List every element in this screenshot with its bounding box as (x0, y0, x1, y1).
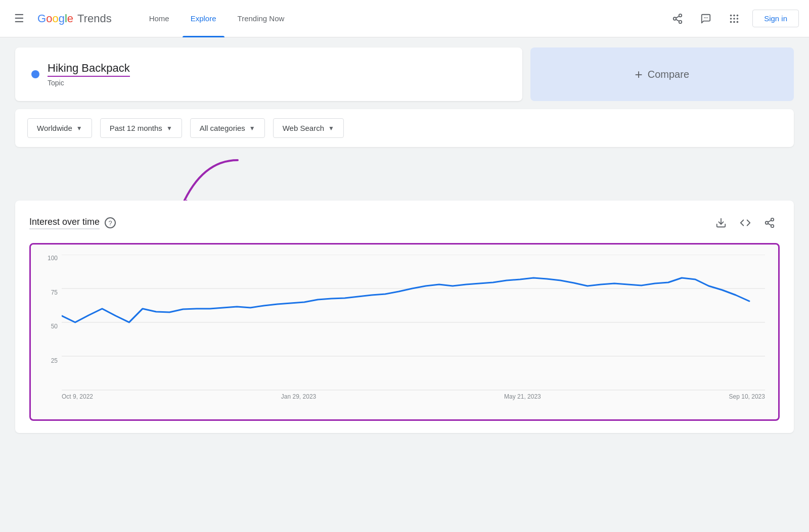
header-right: Sign in (667, 9, 799, 29)
time-dropdown-icon: ▼ (166, 125, 172, 132)
category-filter[interactable]: All categories ▼ (190, 118, 265, 138)
feedback-button[interactable] (696, 9, 716, 29)
compare-plus-icon: + (635, 67, 643, 82)
svg-point-13 (737, 18, 739, 20)
search-dot (31, 70, 39, 78)
x-label-oct: Oct 9, 2022 (62, 393, 93, 400)
header: ☰ Google Trends Home Explore Trending No… (0, 0, 809, 37)
chart-line (62, 278, 749, 322)
nav: Home Explore Trending Now (141, 0, 293, 37)
time-filter-label: Past 12 months (110, 124, 162, 132)
compare-inner: + Compare (635, 67, 689, 82)
compare-box[interactable]: + Compare (530, 47, 794, 101)
nav-trending-now[interactable]: Trending Now (230, 0, 293, 37)
svg-point-10 (737, 14, 739, 16)
svg-point-12 (733, 18, 735, 20)
interest-section: Interest over time ? (15, 201, 794, 433)
svg-point-11 (730, 18, 732, 20)
logo-google: Google (37, 12, 73, 25)
svg-point-9 (733, 14, 735, 16)
interest-header: Interest over time ? (29, 213, 780, 233)
search-type-label: Web Search (283, 124, 324, 132)
search-type-dropdown-icon: ▼ (328, 125, 334, 132)
search-term[interactable]: Hiking Backpack (48, 62, 130, 77)
interest-title-row: Interest over time ? (29, 217, 116, 229)
filters-bar: Worldwide ▼ Past 12 months ▼ All categor… (15, 109, 794, 147)
x-label-sep: Sep 10, 2023 (729, 393, 765, 400)
compare-label: Compare (648, 69, 689, 80)
search-subtopic: Topic (48, 79, 130, 87)
share-icon (672, 13, 683, 24)
search-box: Hiking Backpack Topic (15, 47, 522, 101)
help-icon[interactable]: ? (105, 217, 116, 228)
chart-inner (62, 255, 765, 391)
sign-in-button[interactable]: Sign in (752, 10, 799, 27)
search-area: Hiking Backpack Topic + Compare (15, 47, 794, 101)
search-type-filter[interactable]: Web Search ▼ (273, 118, 344, 138)
nav-home[interactable]: Home (141, 0, 177, 37)
svg-line-4 (676, 16, 679, 18)
download-button[interactable] (711, 213, 731, 233)
search-term-row: Hiking Backpack Topic (31, 62, 506, 87)
logo: Google Trends (37, 12, 112, 25)
main-content: Hiking Backpack Topic + Compare Worldwid… (0, 37, 809, 443)
svg-point-14 (730, 21, 732, 23)
apps-button[interactable] (724, 9, 744, 29)
category-dropdown-icon: ▼ (249, 125, 255, 132)
interest-share-button[interactable] (759, 213, 780, 233)
y-label-50: 50 (39, 323, 62, 330)
chart-container: 100 75 50 25 (39, 255, 770, 411)
svg-point-16 (737, 21, 739, 23)
svg-line-3 (676, 19, 679, 21)
nav-explore[interactable]: Explore (183, 0, 224, 37)
svg-point-15 (733, 21, 735, 23)
apps-icon (729, 13, 740, 24)
menu-icon[interactable]: ☰ (10, 8, 28, 29)
embed-button[interactable] (735, 213, 755, 233)
y-label-75: 75 (39, 289, 62, 296)
x-label-jan: Jan 29, 2023 (281, 393, 316, 400)
header-left: ☰ Google Trends Home Explore Trending No… (10, 0, 667, 37)
location-dropdown-icon: ▼ (76, 125, 82, 132)
svg-line-22 (768, 223, 771, 225)
x-label-may: May 21, 2023 (504, 393, 541, 400)
chart-wrapper: 100 75 50 25 (29, 243, 780, 421)
svg-line-23 (768, 220, 771, 222)
interest-title: Interest over time (29, 217, 100, 229)
x-axis-labels: Oct 9, 2022 Jan 29, 2023 May 21, 2023 Se… (62, 393, 765, 411)
time-filter[interactable]: Past 12 months ▼ (100, 118, 182, 138)
share-button[interactable] (667, 9, 688, 29)
location-filter-label: Worldwide (37, 124, 72, 132)
y-label-100: 100 (39, 255, 62, 262)
line-chart-svg (62, 255, 765, 391)
y-axis-labels: 100 75 50 25 (39, 255, 62, 391)
interest-actions (711, 213, 780, 233)
search-term-text: Hiking Backpack Topic (48, 62, 130, 87)
feedback-icon (700, 13, 711, 24)
y-label-25: 25 (39, 357, 62, 364)
location-filter[interactable]: Worldwide ▼ (27, 118, 92, 138)
svg-point-8 (730, 14, 732, 16)
logo-trends: Trends (77, 12, 112, 25)
category-filter-label: All categories (200, 124, 245, 132)
